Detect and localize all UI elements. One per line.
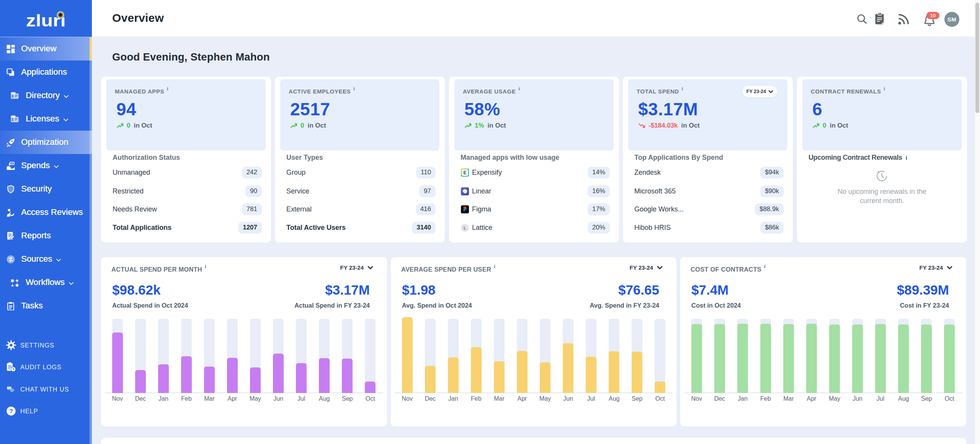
- svg-text:?: ?: [9, 408, 13, 414]
- svg-text:E: E: [463, 170, 466, 175]
- svg-text:L: L: [464, 226, 466, 230]
